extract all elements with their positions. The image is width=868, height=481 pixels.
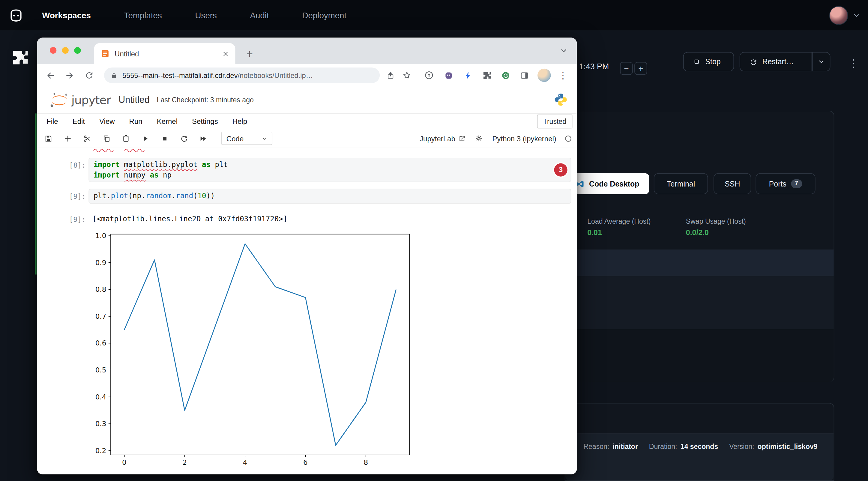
version-label: Version: (729, 443, 754, 451)
restart-kernel-icon[interactable] (178, 133, 189, 144)
extension-puzzle-icon[interactable] (10, 48, 30, 68)
output9-text: [<matplotlib.lines.Line2D at 0x7fd03f191… (92, 215, 287, 223)
cut-icon[interactable] (81, 133, 92, 144)
menu-kernel[interactable]: Kernel (157, 117, 178, 125)
url-path: /notebooks/Untitled.ip… (238, 71, 313, 79)
workspace-panel: Code Desktop Terminal SSH Ports 7 Load A… (565, 111, 834, 382)
extension-keyhole-icon[interactable] (422, 69, 435, 82)
output9-prompt: [9]: (64, 215, 86, 224)
swap-usage-value: 0.0/2.0 (686, 228, 709, 237)
build-history-panel: Reason: initiator Duration: 14 seconds V… (565, 403, 834, 481)
restart-icon (749, 58, 757, 66)
zoom-in-button[interactable]: + (634, 62, 647, 75)
svg-text:1.0: 1.0 (95, 232, 106, 239)
insert-cell-icon[interactable] (62, 133, 73, 144)
user-menu-chevron-down-icon[interactable] (852, 11, 860, 19)
menu-run[interactable]: Run (129, 117, 143, 125)
menu-edit[interactable]: Edit (72, 117, 85, 125)
cell8-input[interactable]: import matplotlib.pyplot as pltimport nu… (89, 158, 571, 182)
restart-workspace-button[interactable]: Restart… (740, 52, 812, 71)
zoom-out-button[interactable]: − (620, 62, 632, 75)
svg-text:0.3: 0.3 (95, 420, 106, 428)
url-domain: 5555--main--test--matifali.atif.cdr.dev (122, 71, 238, 79)
kernel-settings-gear-icon[interactable] (473, 133, 485, 144)
terminal-button[interactable]: Terminal (654, 173, 708, 194)
vscode-desktop-button[interactable]: Code Desktop (566, 173, 649, 194)
clipped-cell-remnant (92, 149, 176, 153)
svg-text:0.5: 0.5 (95, 366, 106, 374)
forward-icon[interactable] (63, 69, 76, 82)
restart-options-button[interactable] (812, 52, 831, 71)
nav-item-deployment[interactable]: Deployment (302, 10, 346, 20)
reload-icon[interactable] (83, 69, 96, 82)
jupyter-page: jupyter Untitled Last Checkpoint: 3 minu… (37, 86, 577, 474)
extension-bolt-icon[interactable] (461, 69, 474, 82)
vscode-icon (577, 180, 585, 188)
build-row[interactable]: Reason: initiator Duration: 14 seconds V… (565, 433, 834, 480)
cell-type-select[interactable]: Code (221, 132, 272, 145)
side-panel-icon[interactable] (518, 69, 531, 82)
jupyter-logo[interactable]: jupyter (49, 92, 111, 108)
swap-usage-label: Swap Usage (Host) (686, 217, 746, 225)
browser-profile-avatar[interactable] (537, 69, 551, 82)
stop-workspace-button[interactable]: Stop (683, 52, 734, 71)
browser-menu-kebab-icon[interactable]: ⋮ (556, 69, 569, 82)
nav-item-workspaces[interactable]: Workspaces (42, 10, 91, 20)
user-avatar[interactable] (829, 6, 848, 25)
ports-count-badge: 7 (791, 179, 802, 188)
run-cell-icon[interactable] (140, 133, 151, 144)
paste-icon[interactable] (120, 133, 131, 144)
ssh-button[interactable]: SSH (714, 173, 751, 194)
coder-logo-icon (8, 7, 24, 23)
svg-text:2: 2 (182, 458, 187, 466)
tab-list-chevron-icon[interactable] (560, 46, 568, 55)
window-maximize-button[interactable] (74, 47, 81, 54)
bookmark-star-icon[interactable] (400, 69, 413, 82)
extensions-puzzle-icon[interactable] (480, 69, 493, 82)
new-tab-button[interactable]: + (242, 46, 257, 61)
nav-item-audit[interactable]: Audit (250, 10, 269, 20)
load-average-value: 0.01 (587, 228, 602, 237)
load-average-label: Load Average (Host) (587, 217, 651, 225)
cell9-prompt: [9]: (64, 192, 86, 200)
jupyter-logo-icon (49, 92, 69, 108)
tab-close-icon[interactable] (222, 51, 228, 57)
extension-mask-icon[interactable] (442, 69, 455, 82)
workspace-menu-kebab-icon[interactable]: ⋮ (848, 58, 859, 69)
cell9-input[interactable]: plt.plot(np.random.rand(10)) (89, 189, 571, 203)
trusted-button[interactable]: Trusted (537, 115, 572, 128)
menu-view[interactable]: View (99, 117, 115, 125)
agent-status-bar (35, 114, 36, 275)
restart-label: Restart… (762, 58, 794, 66)
interrupt-kernel-icon[interactable] (159, 133, 170, 144)
window-minimize-button[interactable] (62, 47, 69, 54)
svg-text:0.4: 0.4 (95, 393, 106, 401)
notebook-title[interactable]: Untitled (119, 95, 149, 105)
svg-text:4: 4 (243, 458, 247, 466)
notebook-favicon (101, 49, 110, 58)
svg-text:0: 0 (122, 458, 127, 466)
kernel-name[interactable]: Python 3 (ipykernel) (492, 134, 556, 143)
menu-settings[interactable]: Settings (192, 117, 218, 125)
coder-logo[interactable] (7, 6, 26, 25)
nav-item-users[interactable]: Users (195, 10, 217, 20)
checkpoint-status: Last Checkpoint: 3 minutes ago (157, 96, 254, 104)
menu-file[interactable]: File (46, 117, 58, 125)
open-jupyterlab-link[interactable]: JupyterLab (420, 134, 466, 143)
copy-icon[interactable] (101, 133, 112, 144)
browser-toolbar: 5555--main--test--matifali.atif.cdr.dev/… (37, 64, 577, 86)
save-icon[interactable] (42, 133, 54, 144)
chevron-down-icon (817, 58, 825, 65)
nav-item-templates[interactable]: Templates (124, 10, 162, 20)
run-all-icon[interactable] (198, 133, 209, 144)
ports-button[interactable]: Ports 7 (755, 173, 815, 194)
menu-help[interactable]: Help (232, 117, 247, 125)
address-bar[interactable]: 5555--main--test--matifali.atif.cdr.dev/… (104, 67, 380, 83)
extension-grammar-icon[interactable] (499, 69, 512, 82)
back-icon[interactable] (44, 69, 57, 82)
window-close-button[interactable] (50, 47, 56, 54)
browser-tab-untitled[interactable]: Untitled (94, 43, 236, 64)
stop-icon (693, 58, 700, 65)
reason-label: Reason: (583, 443, 609, 451)
share-icon[interactable] (383, 69, 397, 82)
